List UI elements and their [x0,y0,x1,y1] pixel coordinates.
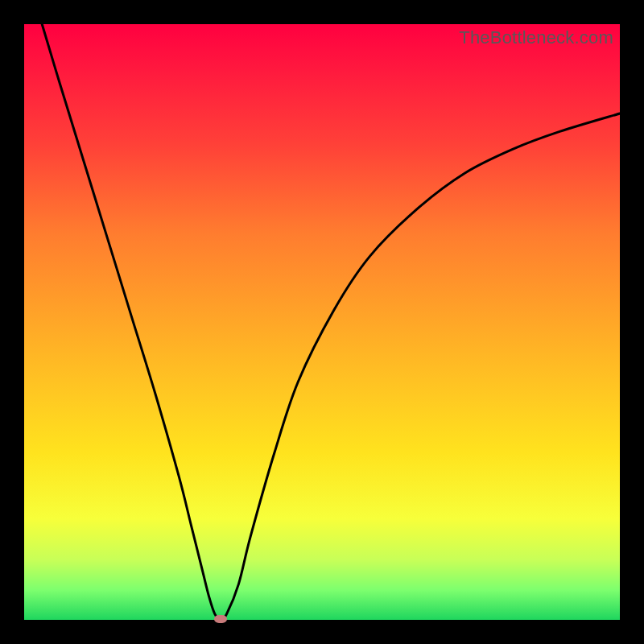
chart-frame: TheBottleneck.com [0,0,644,644]
min-marker [214,615,227,623]
plot-area: TheBottleneck.com [24,24,620,620]
curve-path [42,24,620,620]
curve-svg [24,24,620,620]
